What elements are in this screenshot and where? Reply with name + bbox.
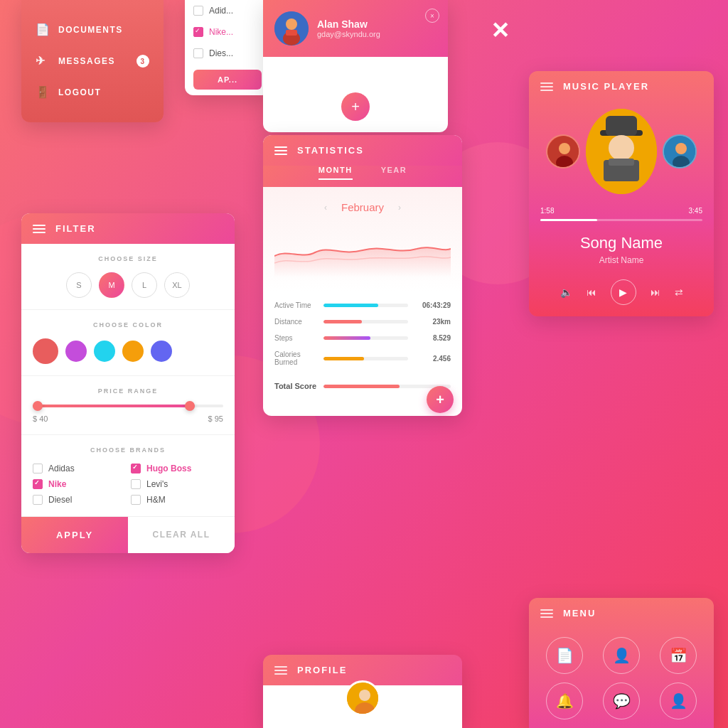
artist-name: Artist Name [529,255,714,265]
menu-item-messages[interactable]: ✈ MESSAGES 3 [21,46,164,77]
menu-card: 📄 DOCUMENTS ✈ MESSAGES 3 🚪 LOGOUT [21,0,164,122]
big-close-button[interactable]: ✕ [491,17,510,44]
color-red[interactable] [33,338,58,364]
shuffle-button[interactable]: ⇄ [675,287,683,298]
menu-bottom-title: MENU [563,608,596,619]
menu-circle-profile[interactable]: 👤 [660,682,697,719]
brand-adidas[interactable]: Adidas [33,464,125,473]
contact-email: gday@skyndu.org [317,30,380,38]
menu-item-documents[interactable]: 📄 DOCUMENTS [21,14,164,46]
brand-hm[interactable]: H&M [131,495,223,505]
price-range-track[interactable] [33,405,223,407]
checkbox-brand-diesel[interactable] [33,495,43,505]
stats-hamburger-icon[interactable] [274,146,287,155]
stats-chart-area: ‹ February › [263,187,462,291]
total-score-row: Total Score + [263,376,462,399]
size-section-title: CHOOSE SIZE [33,255,223,262]
checkbox-brand-hugoboss[interactable] [131,464,141,473]
stats-tabs: MONTH YEAR [263,166,462,187]
music-avatar-main[interactable] [586,109,657,194]
brand-hugo-boss[interactable]: Hugo Boss [131,464,223,473]
checklist-apply-button[interactable]: AP... [193,70,262,90]
checkbox-nike[interactable] [193,27,203,37]
checklist-item-diesel[interactable]: Dies... [185,43,270,64]
progress-track[interactable] [540,219,702,221]
size-m[interactable]: M [99,272,124,298]
menu-bottom-hamburger[interactable] [540,609,553,618]
menu-grid-item-4: 🔔 [540,682,589,719]
menu-grid-item-2: 👤 [597,637,646,674]
filter-header: FILTER [21,213,235,244]
checkbox-diesel[interactable] [193,48,203,58]
stats-add-button[interactable]: + [427,386,454,413]
prev-button[interactable]: ⏮ [587,287,596,298]
music-avatar-right[interactable] [663,134,697,168]
brand-nike[interactable]: Nike [33,479,125,489]
checkbox-brand-adidas[interactable] [33,464,43,473]
menu-item-logout[interactable]: 🚪 LOGOUT [21,77,164,108]
color-purple[interactable] [65,341,87,362]
next-button[interactable]: ⏭ [651,287,660,298]
profile-hamburger-icon[interactable] [274,666,287,675]
volume-button[interactable]: 🔈 [560,287,572,298]
music-progress: 1:58 3:45 [529,201,714,227]
music-player-card: MUSIC PLAYER [529,71,714,316]
menu-circle-calendar[interactable]: 📅 [660,637,697,674]
stats-card: STATISTICS MONTH YEAR ‹ February › [263,135,462,416]
clear-all-button[interactable]: CLEAR ALL [128,517,235,553]
music-hamburger-icon[interactable] [540,82,553,91]
music-time-current: 1:58 [540,207,554,215]
hamburger-icon[interactable] [33,225,46,233]
next-month-button[interactable]: › [398,203,401,213]
menu-circle-user[interactable]: 👤 [603,637,640,674]
logout-icon: 🚪 [36,85,50,100]
menu-bottom-header: MENU [529,598,714,628]
size-l[interactable]: L [132,272,157,298]
music-controls: 🔈 ⏮ ▶ ⏭ ⇄ [529,268,714,316]
apply-button[interactable]: APPLY [21,517,128,553]
brand-levis[interactable]: Levi's [131,479,223,489]
menu-bottom-card: MENU 📄 👤 📅 🔔 💬 👤 [529,598,714,728]
contact-add-button[interactable]: + [341,92,370,121]
color-section-title: CHOOSE COLOR [33,321,223,328]
checkbox-brand-hm[interactable] [131,495,141,505]
menu-circle-docs[interactable]: 📄 [546,637,583,674]
filter-footer: APPLY CLEAR ALL [21,517,235,553]
color-cyan[interactable] [94,341,115,362]
filter-brands-section: CHOOSE BRANDS Adidas Hugo Boss Nike Levi… [21,435,235,517]
checklist-item-adidas[interactable]: Adid... [185,0,270,21]
filter-size-section: CHOOSE SIZE S M L XL [21,244,235,310]
checklist-item-nike[interactable]: Nike... [185,21,270,43]
menu-grid-item-5: 💬 [597,682,646,719]
checkbox-brand-nike[interactable] [33,479,43,489]
metric-distance: Distance 23km [274,314,451,330]
contact-name: Alan Shaw [317,18,380,30]
music-avatar-left[interactable] [546,134,580,168]
play-button[interactable]: ▶ [611,279,636,305]
svg-rect-9 [606,116,637,136]
range-thumb-min[interactable] [33,401,43,411]
price-section-title: PRICE RANGE [33,387,223,395]
filter-card: FILTER CHOOSE SIZE S M L XL CHOOSE COLOR… [21,213,235,553]
menu-grid-item-6: 👤 [654,682,702,719]
contact-body: + [263,57,448,132]
messages-icon: ✈ [36,54,50,68]
menu-circle-bell[interactable]: 🔔 [546,682,583,719]
tab-year[interactable]: YEAR [381,166,407,180]
menu-grid: 📄 👤 📅 🔔 💬 👤 [529,628,714,728]
contact-close-button[interactable]: × [425,9,439,23]
color-indigo[interactable] [151,341,172,362]
prev-month-button[interactable]: ‹ [324,203,327,213]
menu-circle-chat[interactable]: 💬 [603,682,640,719]
checkbox-brand-levis[interactable] [131,479,141,489]
range-thumb-max[interactable] [185,401,195,411]
color-yellow[interactable] [122,341,144,362]
price-max: $ 95 [208,414,223,423]
tab-month[interactable]: MONTH [318,166,353,180]
size-xl[interactable]: XL [164,272,190,298]
contact-card: Alan Shaw gday@skyndu.org × + [263,0,448,132]
brand-diesel[interactable]: Diesel [33,495,125,505]
menu-item-logout-label: LOGOUT [58,87,101,97]
size-s[interactable]: S [66,272,92,298]
checkbox-adidas[interactable] [193,6,203,16]
